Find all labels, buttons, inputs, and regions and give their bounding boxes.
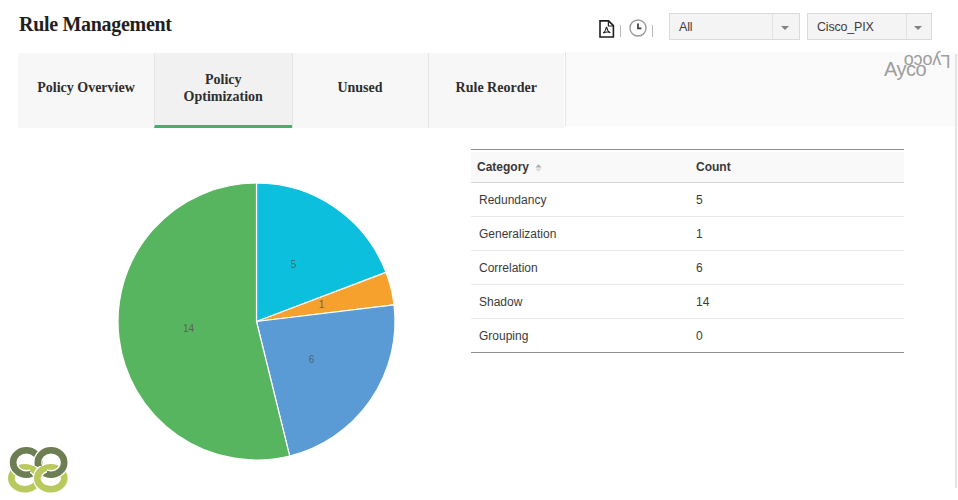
svg-text:6: 6 — [309, 354, 315, 365]
svg-text:5: 5 — [291, 259, 297, 270]
svg-text:1: 1 — [319, 299, 325, 310]
svg-text:14: 14 — [183, 323, 195, 334]
